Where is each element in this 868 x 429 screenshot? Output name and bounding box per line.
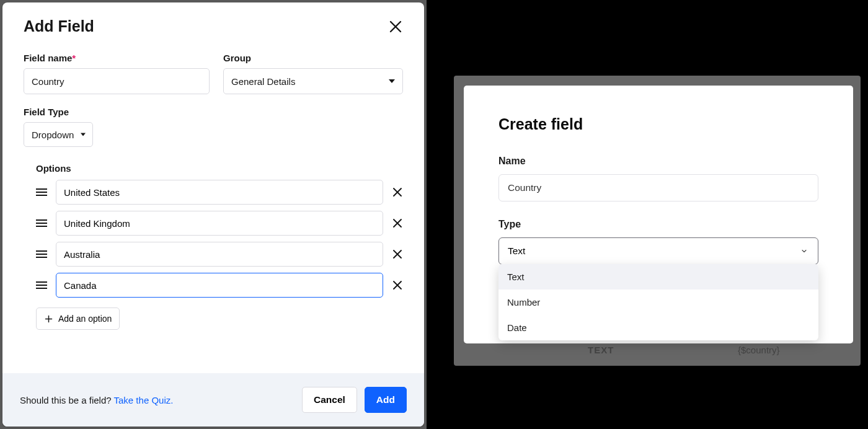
bg-hint-text: {$country}: [738, 345, 780, 355]
type-option[interactable]: Date: [498, 315, 818, 340]
option-row: [36, 211, 403, 236]
create-field-panel: Create field Name Type Text Text Number …: [464, 86, 853, 343]
plus-icon: [44, 314, 53, 324]
remove-option-icon[interactable]: [392, 187, 403, 198]
type-dropdown: Text Number Date: [498, 264, 818, 340]
field-type-label: Field Type: [24, 107, 403, 117]
remove-option-icon[interactable]: [392, 218, 403, 229]
take-quiz-link[interactable]: Take the Quiz.: [114, 395, 174, 405]
drag-handle-icon[interactable]: [36, 219, 47, 228]
option-input[interactable]: [56, 273, 383, 298]
add-option-button[interactable]: Add an option: [36, 307, 120, 330]
field-type-value: Dropdown: [32, 130, 74, 140]
name-input[interactable]: [498, 174, 818, 201]
type-label: Type: [498, 219, 818, 230]
options-label: Options: [36, 163, 403, 174]
add-button[interactable]: Add: [365, 387, 407, 413]
option-input[interactable]: [56, 242, 383, 267]
chevron-down-icon: [800, 247, 808, 255]
footer-help-text: Should this be a field? Take the Quiz.: [20, 395, 173, 405]
remove-option-icon[interactable]: [392, 249, 403, 260]
group-select-value: General Details: [231, 76, 295, 87]
group-label: Group: [223, 53, 403, 63]
add-field-modal: Add Field Field name* Group General Deta…: [2, 2, 424, 427]
option-row: [36, 273, 403, 298]
option-input[interactable]: [56, 211, 383, 236]
caret-down-icon: [81, 133, 86, 136]
type-option[interactable]: Text: [498, 264, 818, 290]
remove-option-icon[interactable]: [392, 280, 403, 291]
option-row: [36, 180, 403, 205]
panel-title: Create field: [498, 115, 818, 133]
drag-handle-icon[interactable]: [36, 281, 47, 290]
option-row: [36, 242, 403, 267]
type-select-value: Text: [508, 245, 525, 257]
close-icon[interactable]: [388, 19, 403, 34]
drag-handle-icon[interactable]: [36, 250, 47, 259]
drag-handle-icon[interactable]: [36, 188, 47, 197]
type-select[interactable]: Text: [498, 237, 818, 265]
group-select[interactable]: General Details: [223, 68, 403, 94]
option-input[interactable]: [56, 180, 383, 205]
cancel-button[interactable]: Cancel: [302, 387, 357, 413]
field-name-label: Field name*: [24, 53, 210, 63]
field-name-input[interactable]: [24, 68, 210, 94]
bg-hint-text: TEXT: [588, 345, 614, 355]
modal-title: Add Field: [24, 17, 94, 35]
add-option-label: Add an option: [58, 314, 112, 324]
caret-down-icon: [389, 79, 395, 83]
field-type-select[interactable]: Dropdown: [24, 122, 93, 147]
name-label: Name: [498, 156, 818, 167]
type-option[interactable]: Number: [498, 290, 818, 315]
